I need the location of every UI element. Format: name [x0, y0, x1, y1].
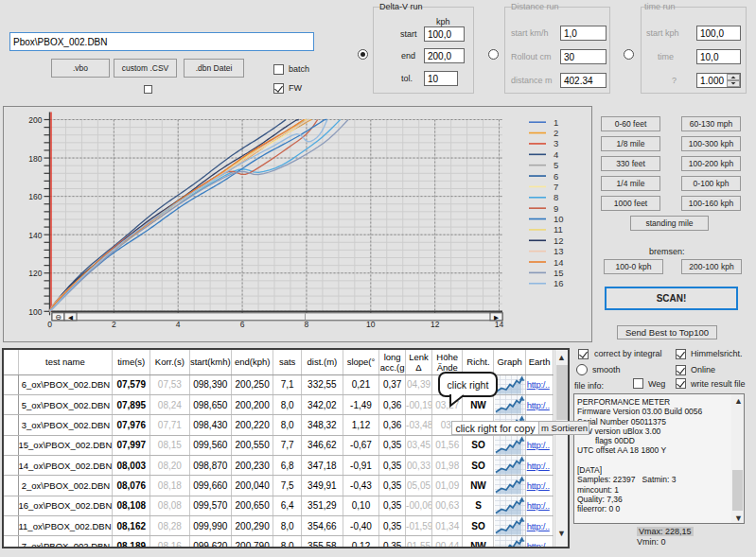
- svg-text:12: 12: [554, 235, 564, 246]
- svg-text:12: 12: [431, 320, 440, 329]
- svg-text:140: 140: [28, 231, 42, 240]
- svg-text:14: 14: [554, 257, 564, 268]
- svg-text:1: 1: [554, 117, 558, 128]
- svg-text:14: 14: [495, 320, 504, 329]
- svg-text:11: 11: [554, 224, 563, 235]
- svg-text:10: 10: [366, 320, 376, 329]
- svg-text:100: 100: [28, 307, 42, 317]
- svg-text:6: 6: [240, 320, 245, 329]
- svg-text:180: 180: [28, 154, 42, 164]
- svg-text:7: 7: [554, 182, 558, 192]
- svg-text:0: 0: [47, 320, 52, 329]
- svg-text:2: 2: [112, 320, 116, 329]
- svg-text:6: 6: [554, 171, 558, 182]
- svg-text:160: 160: [28, 192, 42, 201]
- svg-text:8: 8: [305, 320, 309, 329]
- svg-text:5: 5: [554, 160, 558, 170]
- svg-text:4: 4: [554, 149, 558, 160]
- svg-text:120: 120: [28, 269, 42, 278]
- svg-text:10: 10: [554, 214, 564, 224]
- svg-text:9: 9: [554, 203, 558, 214]
- svg-text:200: 200: [28, 115, 42, 125]
- svg-text:2: 2: [554, 128, 558, 138]
- svg-text:⊖: ⊖: [55, 313, 62, 322]
- svg-text:13: 13: [554, 246, 564, 256]
- svg-text:15: 15: [554, 268, 564, 278]
- svg-text:▶: ▶: [494, 314, 499, 321]
- svg-text:◀: ◀: [68, 314, 73, 321]
- svg-text:4: 4: [176, 320, 181, 329]
- svg-text:16: 16: [554, 278, 564, 288]
- svg-text:8: 8: [554, 192, 558, 202]
- svg-text:3: 3: [554, 138, 558, 148]
